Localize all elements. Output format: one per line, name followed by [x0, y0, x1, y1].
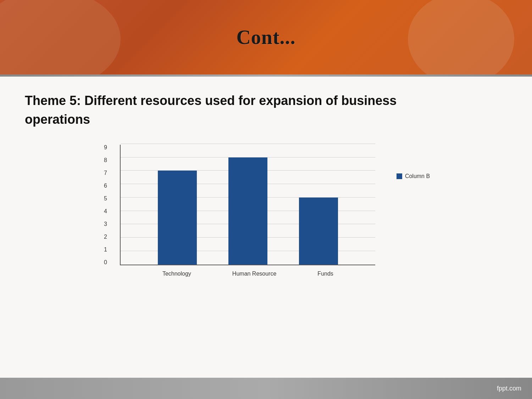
- bar-group-human-resource: [228, 157, 267, 265]
- y-axis: 9 8 7 6 5 4 3 2 1 0: [104, 145, 107, 265]
- bar-funds: [299, 198, 338, 265]
- chart-container: 9 8 7 6 5 4 3 2 1 0: [25, 145, 507, 279]
- chart-wrapper: 9 8 7 6 5 4 3 2 1 0: [116, 145, 430, 279]
- legend-item-column-b: Column B: [397, 173, 430, 179]
- header-title: Cont...: [236, 26, 295, 49]
- legend-label-column-b: Column B: [405, 173, 430, 179]
- y-label-7: 7: [104, 170, 107, 176]
- footer: fppt.com: [0, 378, 532, 399]
- y-label-9: 9: [104, 145, 107, 150]
- grid-line-9: [121, 144, 375, 144]
- legend-color-column-b: [397, 173, 402, 179]
- y-label-3: 3: [104, 221, 107, 227]
- bar-group-technology: [158, 171, 197, 264]
- x-label-technology: Technology: [162, 271, 191, 277]
- bars-area: [121, 145, 375, 265]
- x-label-human-resource: Human Resource: [232, 271, 277, 277]
- header: Cont...: [0, 0, 532, 74]
- bar-group-funds: [299, 198, 338, 265]
- footer-url: fppt.com: [497, 385, 521, 392]
- x-label-funds: Funds: [317, 271, 333, 277]
- x-axis-labels: Technology Human Resource Funds: [121, 267, 375, 277]
- chart-legend: Column B: [397, 145, 430, 179]
- content-area: Theme 5: Different resources used for ex…: [0, 77, 532, 378]
- theme-title-line1: Theme 5: Different resources used for ex…: [25, 93, 507, 109]
- bar-chart: 9 8 7 6 5 4 3 2 1 0: [116, 145, 386, 279]
- bar-technology: [158, 171, 197, 264]
- y-label-2: 2: [104, 234, 107, 240]
- theme-title-line2: operations: [25, 112, 507, 127]
- y-label-8: 8: [104, 157, 107, 163]
- y-label-1: 1: [104, 247, 107, 253]
- y-label-4: 4: [104, 209, 107, 214]
- y-label-5: 5: [104, 196, 107, 201]
- y-label-0: 0: [104, 260, 107, 265]
- y-label-6: 6: [104, 183, 107, 189]
- bar-human-resource: [228, 157, 267, 265]
- chart-inner: Technology Human Resource Funds: [120, 145, 375, 265]
